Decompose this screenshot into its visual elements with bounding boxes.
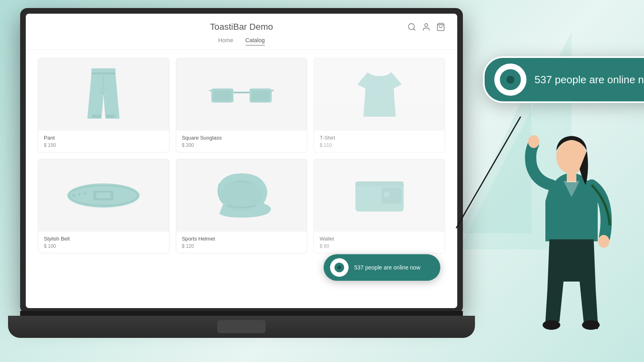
product-image-wallet [314,159,445,232]
toast-icon-small [330,258,349,277]
product-card-tshirt[interactable]: T-Shirt $ 110 [314,58,445,152]
svg-rect-17 [213,90,231,101]
laptop-hinge [20,311,463,316]
svg-rect-33 [567,172,576,182]
svg-point-36 [543,320,560,330]
person-illustration [515,88,628,362]
svg-point-35 [598,235,609,248]
svg-point-9 [100,88,102,89]
svg-rect-18 [252,90,270,101]
product-name-wallet: Wallet [320,236,439,242]
product-price-wallet: $ 80 [320,243,439,249]
svg-point-23 [72,194,75,197]
svg-rect-22 [96,193,111,198]
product-price-pant: $ 150 [44,142,163,148]
site-title: ToastiBar Demo [210,22,273,32]
laptop-screen: ToastiBar Demo Home Catalog [26,14,457,308]
product-info-tshirt: T-Shirt $ 110 [314,131,445,152]
toast-notification-small[interactable]: 537 people are online now [324,254,440,281]
product-card-sunglass[interactable]: Square Sunglass $ 200 [176,58,308,152]
product-card-helmet[interactable]: Sports Helmet $ 120 [176,159,308,253]
product-name-pant: Pant [44,135,163,141]
svg-point-34 [528,135,539,148]
product-card-pant[interactable]: Pant $ 150 [38,58,169,152]
product-info-pant: Pant $ 150 [38,131,169,152]
svg-point-26 [221,179,262,212]
laptop: ToastiBar Demo Home Catalog [20,8,463,338]
svg-point-11 [105,88,107,89]
product-name-sunglass: Square Sunglass [182,135,301,141]
site-header: ToastiBar Demo Home Catalog [26,14,457,50]
product-image-tshirt [314,58,445,131]
nav-catalog[interactable]: Catalog [246,35,265,45]
laptop-trackpad [217,320,266,333]
toast-icon-inner-small [333,261,346,274]
site-nav: Home Catalog [218,35,265,45]
svg-rect-5 [91,72,116,74]
product-price-sunglass: $ 200 [182,142,301,148]
svg-point-25 [84,192,86,195]
svg-rect-30 [355,181,404,186]
product-card-wallet[interactable]: Wallet $ 80 [314,159,445,253]
product-name-belt: Stylish Belt [44,236,163,242]
product-image-pant [38,58,169,131]
laptop-bezel: ToastiBar Demo Home Catalog [20,8,463,314]
header-icons [407,23,445,31]
nav-home[interactable]: Home [218,35,233,45]
toast-dot-small [337,265,341,269]
product-image-sunglass [176,58,307,131]
product-name-tshirt: T-Shirt [320,135,439,141]
toast-text-large: 537 people are online now [535,74,644,86]
svg-point-24 [78,193,80,195]
product-grid: Pant $ 150 [26,50,457,261]
laptop-base [8,316,475,338]
product-price-belt: $ 100 [44,243,163,249]
svg-rect-7 [92,115,101,118]
toast-dot-large [506,76,514,84]
product-info-sunglass: Square Sunglass $ 200 [176,131,307,152]
search-icon[interactable] [407,23,416,31]
toast-notification-large[interactable]: 537 people are online now [483,56,644,103]
svg-rect-29 [384,191,390,197]
svg-rect-38 [596,321,598,329]
product-info-helmet: Sports Helmet $ 120 [176,232,307,253]
product-info-wallet: Wallet $ 80 [314,232,445,253]
product-price-helmet: $ 120 [182,243,301,249]
cart-icon[interactable] [436,23,445,31]
svg-rect-14 [233,92,250,93]
product-image-helmet [176,159,307,232]
svg-point-2 [425,24,427,27]
svg-line-1 [413,29,415,30]
svg-rect-8 [106,115,115,118]
toast-text-small: 537 people are online now [354,264,420,271]
toast-icon-ring [497,67,523,93]
product-price-tshirt: $ 110 [320,142,439,148]
product-name-helmet: Sports Helmet [182,236,301,242]
product-info-belt: Stylish Belt $ 100 [38,232,169,253]
product-card-belt[interactable]: Stylish Belt $ 100 [38,159,169,253]
toast-icon-large [494,64,526,96]
user-icon[interactable] [422,23,431,31]
svg-rect-4 [91,68,116,72]
product-image-belt [38,159,169,232]
svg-point-10 [100,92,102,93]
